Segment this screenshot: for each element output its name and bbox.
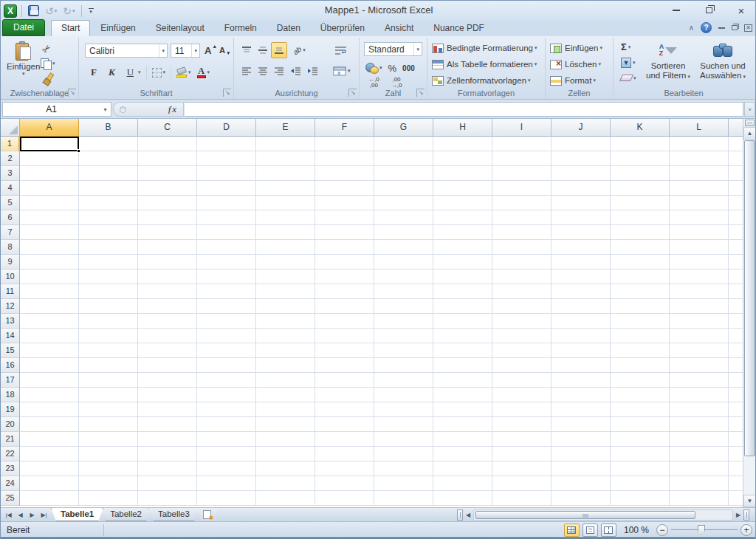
cell-F21[interactable]	[315, 432, 374, 447]
cell-H20[interactable]	[433, 417, 492, 432]
zoom-in-button[interactable]: +	[740, 524, 752, 536]
cell-E20[interactable]	[256, 417, 315, 432]
cell-B20[interactable]	[79, 417, 138, 432]
cell-H14[interactable]	[433, 329, 492, 343]
row-header-9[interactable]: 9	[1, 255, 20, 270]
restore-button[interactable]	[699, 4, 718, 17]
cell-E17[interactable]	[256, 373, 315, 388]
cell-G16[interactable]	[374, 358, 433, 373]
row-header-14[interactable]: 14	[1, 329, 20, 343]
cell-F17[interactable]	[315, 373, 374, 388]
cell-B22[interactable]	[79, 447, 138, 461]
prev-sheet-button[interactable]: ◀	[15, 509, 26, 521]
cell-D18[interactable]	[197, 388, 256, 402]
align-center-button[interactable]	[255, 63, 271, 79]
cell-J22[interactable]	[551, 447, 611, 461]
cell-K9[interactable]	[611, 255, 670, 270]
font-size-combo[interactable]: 11 ▾	[171, 44, 200, 58]
column-header-J[interactable]: J	[551, 119, 611, 137]
cell-K20[interactable]	[611, 417, 670, 432]
cell-J8[interactable]	[551, 240, 611, 255]
cell-A7[interactable]	[20, 225, 79, 240]
cell-I8[interactable]	[492, 240, 551, 255]
tab-split-handle[interactable]	[457, 509, 463, 521]
cell-K7[interactable]	[611, 225, 670, 240]
cell-L25[interactable]	[670, 491, 729, 506]
cell-G5[interactable]	[374, 196, 433, 210]
next-sheet-button[interactable]: ▶	[27, 509, 38, 521]
cell-L10[interactable]	[670, 270, 729, 284]
cell-I11[interactable]	[492, 284, 551, 299]
cell-J18[interactable]	[551, 388, 611, 402]
cell-B14[interactable]	[79, 329, 138, 343]
horizontal-scrollbar[interactable]	[473, 509, 733, 521]
cell-G10[interactable]	[374, 270, 433, 284]
cell-F19[interactable]	[315, 402, 374, 417]
cell-C19[interactable]	[138, 402, 197, 417]
underline-button[interactable]: U	[121, 64, 144, 80]
row-header-4[interactable]: 4	[1, 181, 20, 196]
cell-H12[interactable]	[433, 299, 492, 314]
wrap-text-button[interactable]	[331, 42, 351, 58]
cell-I20[interactable]	[492, 417, 551, 432]
cell-B7[interactable]	[79, 225, 138, 240]
fill-handle[interactable]	[77, 149, 80, 153]
cell-F23[interactable]	[315, 461, 374, 476]
cell-K19[interactable]	[611, 402, 670, 417]
cell-J19[interactable]	[551, 402, 611, 417]
cell-B2[interactable]	[79, 151, 138, 166]
cell-J23[interactable]	[551, 461, 611, 476]
align-top-button[interactable]	[238, 42, 255, 58]
increase-indent-button[interactable]	[304, 63, 321, 79]
excel-app-icon[interactable]: X	[4, 4, 17, 18]
fill-button[interactable]: ▼	[618, 55, 639, 69]
cell-I15[interactable]	[492, 343, 551, 358]
cell-F24[interactable]	[315, 476, 374, 491]
row-header-7[interactable]: 7	[1, 225, 20, 240]
row-header-19[interactable]: 19	[1, 402, 20, 417]
cell-F4[interactable]	[315, 181, 374, 196]
insert-cells-button[interactable]: Einfügen	[549, 41, 604, 55]
cell-I6[interactable]	[492, 210, 551, 225]
cell-F8[interactable]	[315, 240, 374, 255]
cell-A15[interactable]	[20, 343, 79, 358]
cell-D6[interactable]	[197, 210, 256, 225]
cell-J11[interactable]	[551, 284, 611, 299]
row-header-20[interactable]: 20	[1, 417, 20, 432]
cell-B4[interactable]	[79, 181, 138, 196]
cell-K4[interactable]	[611, 181, 670, 196]
cell-E15[interactable]	[256, 343, 315, 358]
collapse-ribbon-icon[interactable]: ∧	[689, 24, 694, 32]
cell-F10[interactable]	[315, 270, 374, 284]
cell-partial-9[interactable]	[729, 255, 744, 270]
cell-J3[interactable]	[551, 166, 611, 181]
cell-I7[interactable]	[492, 225, 551, 240]
cell-E11[interactable]	[256, 284, 315, 299]
cell-E19[interactable]	[256, 402, 315, 417]
tab-ansicht[interactable]: Ansicht	[375, 21, 423, 36]
cell-I4[interactable]	[492, 181, 551, 196]
autosum-button[interactable]: Σ	[618, 40, 633, 54]
cell-I1[interactable]	[492, 137, 551, 151]
column-header-partial[interactable]	[729, 119, 744, 137]
cell-partial-6[interactable]	[729, 210, 744, 225]
row-header-17[interactable]: 17	[1, 373, 20, 388]
cell-B15[interactable]	[79, 343, 138, 358]
cell-A11[interactable]	[20, 284, 79, 299]
cell-C5[interactable]	[138, 196, 197, 210]
cell-D17[interactable]	[197, 373, 256, 388]
cell-F11[interactable]	[315, 284, 374, 299]
cell-partial-8[interactable]	[729, 240, 744, 255]
cell-K5[interactable]	[611, 196, 670, 210]
cell-styles-button[interactable]: Zellenformatvorlagen	[430, 73, 532, 88]
cell-L2[interactable]	[670, 151, 729, 166]
cell-H18[interactable]	[433, 388, 492, 402]
cell-F14[interactable]	[315, 329, 374, 343]
row-header-12[interactable]: 12	[1, 299, 20, 314]
cell-J9[interactable]	[551, 255, 611, 270]
cell-G1[interactable]	[374, 137, 433, 151]
cell-C25[interactable]	[138, 491, 197, 506]
cell-D8[interactable]	[197, 240, 256, 255]
cell-A25[interactable]	[20, 491, 79, 506]
cell-partial-5[interactable]	[729, 196, 744, 210]
